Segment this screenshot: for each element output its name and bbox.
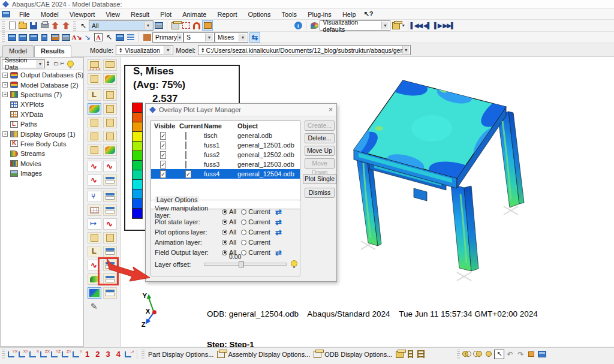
assembly-display-options-button[interactable]: Assembly Display Options... — [226, 351, 312, 358]
layer-row[interactable]: ✓✓fuss4general_12504.odb — [151, 169, 300, 179]
undo-icon[interactable]: ↶ — [504, 349, 515, 359]
view-front-icon[interactable]: YX — [7, 350, 17, 359]
close-icon[interactable]: × — [329, 106, 333, 114]
group-boxes-icon[interactable] — [526, 349, 537, 359]
tree-item[interactable]: Streams — [1, 149, 83, 158]
circle-selection-icon[interactable] — [483, 349, 494, 359]
branch-manager-button[interactable] — [103, 191, 117, 202]
collapse-all-icon[interactable]: 🗀︎ — [53, 61, 59, 67]
layer-row[interactable]: ✓tischgeneral.odb — [151, 131, 300, 140]
tree-item[interactable]: +Model Database (2) — [1, 80, 83, 89]
view-right-icon[interactable]: ZY — [61, 350, 71, 359]
chevron-down-icon[interactable]: ▼ — [37, 60, 43, 68]
selection-filter-combo[interactable]: All ▼ — [89, 20, 154, 31]
field-variable-combo[interactable]: S ▼ — [183, 32, 215, 43]
menu-animate[interactable]: Animate — [177, 10, 212, 19]
query-info-button[interactable]: i — [293, 20, 303, 31]
layer-offset-slider[interactable] — [204, 260, 287, 267]
toolbar-grip[interactable] — [2, 21, 5, 31]
ladder-wide-icon[interactable] — [416, 349, 426, 359]
tree-item[interactable]: Movies — [1, 159, 83, 169]
annotation-list-button[interactable] — [125, 32, 136, 43]
current-checkbox[interactable] — [185, 142, 186, 149]
visible-checkbox[interactable]: ✓ — [160, 151, 166, 159]
part-display-cube-icon[interactable] — [215, 349, 226, 359]
overlay-plot-layer-manager-dialog[interactable]: Overlay Plot Layer Manager × Visible Cur… — [145, 103, 337, 282]
tree-item[interactable]: +Output Databases (5) — [1, 70, 83, 80]
cut-sheet-button[interactable] — [88, 232, 101, 243]
first-frame-button[interactable]: ▌◀◀ — [411, 20, 422, 31]
ladder-icon[interactable] — [405, 349, 416, 359]
select-cursor-button[interactable]: ↖ — [78, 20, 89, 31]
layer-row[interactable]: ✓fuss3general_12503.odb — [151, 160, 300, 169]
plot-contours-button[interactable] — [88, 103, 101, 115]
menu-tools[interactable]: Tools — [276, 10, 302, 19]
layer-row[interactable]: ✓fuss1general_12501.odb — [151, 140, 300, 150]
view-preset-1[interactable]: 1 — [82, 350, 92, 359]
redo-icon[interactable]: ↷ — [515, 349, 526, 359]
tree-item[interactable]: XYPlots — [1, 100, 83, 109]
radio-all[interactable] — [222, 219, 227, 225]
viewport-title-button[interactable] — [61, 32, 71, 43]
tips-bulb-icon[interactable] — [67, 61, 74, 67]
toolbar-grip[interactable] — [457, 350, 460, 359]
radio-all[interactable] — [222, 250, 227, 255]
path-axis-button[interactable] — [88, 218, 101, 230]
color-defaults-combo[interactable]: Visualization defaults ▼ — [320, 20, 390, 31]
chevron-down-icon[interactable]: ▼ — [177, 34, 182, 41]
session-data-combo[interactable]: Session Data ▼ — [2, 59, 45, 68]
radio-all[interactable] — [222, 209, 227, 215]
sync-icon[interactable]: ⇄ — [275, 248, 282, 257]
contour-model-table[interactable] — [343, 61, 541, 286]
tree-item[interactable]: Images — [1, 169, 83, 178]
move-up-button[interactable]: Move Up — [305, 146, 335, 156]
radio-current[interactable] — [241, 240, 246, 245]
chevron-down-icon[interactable]: ▼ — [144, 22, 152, 29]
plot-symbols-button[interactable] — [88, 117, 101, 128]
query-table-icon[interactable] — [537, 349, 547, 359]
plot-undeformed-button[interactable] — [88, 89, 101, 101]
view-left-icon[interactable]: YZ — [50, 350, 61, 359]
chevron-down-icon[interactable]: ▼ — [401, 23, 405, 28]
delete-button[interactable]: Delete... — [305, 133, 335, 143]
window-menu-icon[interactable] — [2, 11, 10, 17]
current-checkbox[interactable] — [185, 161, 186, 169]
toolbar-grip[interactable] — [73, 21, 76, 31]
plot-multiple-button[interactable] — [88, 59, 101, 71]
menu-options[interactable]: Options — [243, 10, 276, 19]
new-file-button[interactable] — [7, 20, 17, 31]
view-cut-button[interactable] — [170, 20, 180, 31]
cut-manager-button[interactable] — [103, 232, 117, 243]
save-button[interactable] — [28, 20, 39, 31]
xy-manager-button[interactable] — [103, 175, 117, 186]
current-checkbox[interactable] — [185, 132, 186, 140]
part-display-options-button[interactable]: Part Display Options... — [146, 351, 215, 358]
radio-current[interactable] — [241, 219, 246, 225]
overlay-plot-button[interactable] — [88, 287, 101, 299]
view-bottom-icon[interactable]: ZX — [39, 350, 50, 359]
radio-all[interactable] — [222, 230, 227, 235]
viewport-tile-v-button[interactable] — [39, 32, 50, 43]
view-iso-icon[interactable]: Y — [71, 350, 82, 359]
visible-checkbox[interactable]: ✓ — [160, 170, 166, 178]
chevron-down-icon[interactable]: ▼ — [402, 46, 409, 54]
layer-row[interactable]: ✓fuss2general_12502.odb — [151, 150, 300, 160]
menu-report[interactable]: Report — [212, 10, 242, 19]
path-plot-button[interactable] — [103, 218, 117, 230]
field-position-combo[interactable]: Primary ▼ — [152, 32, 183, 43]
module-combo[interactable]: ▲▼ Visualization ▼ — [116, 45, 173, 55]
plot-single-button[interactable]: Plot Single — [303, 174, 336, 184]
tree-branch-button[interactable] — [88, 191, 101, 202]
radio-current[interactable] — [241, 230, 246, 235]
radio-all[interactable] — [222, 240, 227, 245]
offset-tip-bulb-icon[interactable] — [291, 260, 297, 267]
print-button[interactable] — [39, 20, 50, 31]
view-back-icon[interactable]: XY — [17, 350, 28, 359]
radio-current[interactable] — [241, 250, 246, 255]
view-preset-4[interactable]: 4 — [113, 350, 124, 359]
edit-annotation-button[interactable]: ↖ — [104, 32, 115, 43]
render-shaded-button[interactable] — [202, 20, 213, 31]
menu-plugins[interactable]: Plug-ins — [302, 10, 337, 19]
expander-icon[interactable]: + — [2, 73, 8, 78]
current-checkbox[interactable] — [185, 151, 186, 159]
